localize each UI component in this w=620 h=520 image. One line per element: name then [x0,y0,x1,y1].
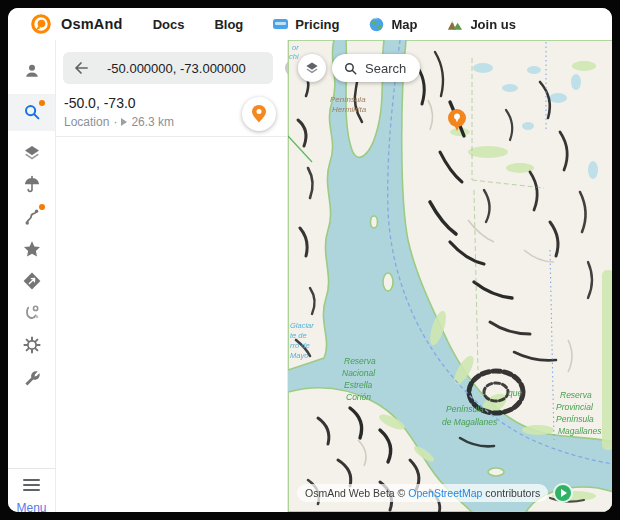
svg-text:Reserva: Reserva [560,390,592,400]
direction-icon [121,118,127,126]
sidebar-item-account[interactable] [8,54,55,88]
result-pin-button[interactable] [242,97,276,131]
sidebar-item-settings[interactable] [8,328,55,362]
globe-icon [369,17,384,32]
brand-name: OsmAnd [61,16,123,32]
svg-text:Península: Península [556,414,594,424]
search-panel: ✕ -50.0, -73.0 Location · 26.3 km [56,40,288,512]
map-tiles: or chi Península Herminita Glaciar te de… [288,40,612,512]
nav-docs[interactable]: Docs [153,17,185,32]
main-content: Menu ✕ -50.0, -73.0 Location · 26.3 km [8,40,612,512]
sidebar-item-search[interactable] [8,95,55,129]
map-layers-icon [304,60,320,76]
result-distance: 26.3 km [131,115,174,129]
layers-icon [22,143,42,163]
sidebar-item-weather[interactable] [8,168,55,202]
person-icon [22,61,42,81]
back-arrow-icon[interactable] [71,58,91,78]
result-subtitle: Location · 26.3 km [64,115,174,129]
svg-text:Mayo: Mayo [290,351,308,360]
mountains-icon [447,17,463,31]
map-search-button[interactable]: Search [332,54,420,82]
nav-pricing-label: Pricing [295,17,339,32]
svg-text:Magallanes: Magallanes [558,426,602,436]
tracker-play-button[interactable] [553,483,573,503]
svg-text:or: or [292,43,299,52]
search-box: ✕ [63,52,273,84]
directions-badge-dot [39,204,45,210]
svg-text:que: que [508,388,522,398]
nav-blog[interactable]: Blog [214,17,243,32]
svg-text:chi: chi [289,52,299,61]
svg-text:Reserva: Reserva [344,356,376,366]
svg-text:Nacional: Nacional [342,368,376,378]
wrench-icon [22,367,42,387]
svg-text:Glaciar: Glaciar [290,321,314,330]
osmand-logo-home-link[interactable]: OsmAnd [30,13,123,35]
gear-icon [22,335,42,355]
star-icon [22,239,42,259]
map-search-icon [343,61,358,76]
sidebar-item-tools[interactable] [8,360,55,394]
umbrella-icon [22,175,42,195]
svg-text:rro de: rro de [290,341,310,350]
search-icon [22,102,42,122]
map-search-label: Search [365,61,406,76]
sidebar-item-navigation[interactable] [8,264,55,298]
nav-map-label: Map [391,17,417,32]
top-navigation-bar: OsmAnd Docs Blog Pricing Map [8,8,612,40]
top-nav-items: Docs Blog Pricing Map [153,17,516,32]
result-type: Location [64,115,109,129]
map-layers-button[interactable] [298,54,326,82]
search-result-item[interactable]: -50.0, -73.0 Location · 26.3 km [56,92,287,136]
play-icon [561,489,567,497]
result-separator: · [113,115,117,129]
nav-pricing[interactable]: Pricing [273,17,339,32]
svg-text:de Magallanes: de Magallanes [442,417,498,427]
search-input[interactable] [105,60,285,77]
nav-docs-label: Docs [153,17,185,32]
menu-label: Menu [8,501,55,512]
svg-text:Península: Península [330,95,366,104]
sidebar-menu-divider [8,468,55,469]
attribution-prefix: OsmAnd Web Beta © [305,487,408,499]
app-window: OsmAnd Docs Blog Pricing Map [8,8,612,512]
svg-text:Península: Península [446,404,484,414]
openstreetmap-link[interactable]: OpenStreetMap [408,487,482,499]
hamburger-icon [23,476,40,494]
search-badge-dot [39,100,45,106]
navigation-icon [22,271,42,291]
map-attribution: OsmAnd Web Beta © OpenStreetMap contribu… [297,484,548,502]
svg-text:te de: te de [290,331,307,340]
sidebar-item-directions[interactable] [8,200,55,234]
svg-text:Corión: Corión [346,392,371,402]
sidebar-item-tracks[interactable] [8,296,55,330]
credit-card-icon [273,19,288,29]
svg-text:Provincial: Provincial [556,402,594,412]
sidebar-menu-button[interactable]: Menu [8,473,55,512]
result-title: -50.0, -73.0 [64,95,136,111]
svg-text:Herminita: Herminita [332,105,367,114]
nav-join-us-label: Join us [470,17,516,32]
nav-blog-label: Blog [214,17,243,32]
route-icon [22,207,42,227]
map-canvas[interactable]: or chi Península Herminita Glaciar te de… [288,40,612,512]
nav-map[interactable]: Map [369,17,417,32]
map-attribution-area: OsmAnd Web Beta © OpenStreetMap contribu… [297,483,573,503]
location-pin-icon [250,104,268,124]
nav-join-us[interactable]: Join us [447,17,516,32]
sidebar-item-layers[interactable] [8,136,55,170]
result-divider [56,136,287,137]
sidebar-item-favorites[interactable] [8,232,55,266]
left-icon-sidebar: Menu [8,40,56,512]
attribution-suffix: contributors [482,487,540,499]
osmand-logo-icon [30,13,52,35]
svg-text:Estrella: Estrella [344,380,373,390]
track-icon [22,303,42,323]
